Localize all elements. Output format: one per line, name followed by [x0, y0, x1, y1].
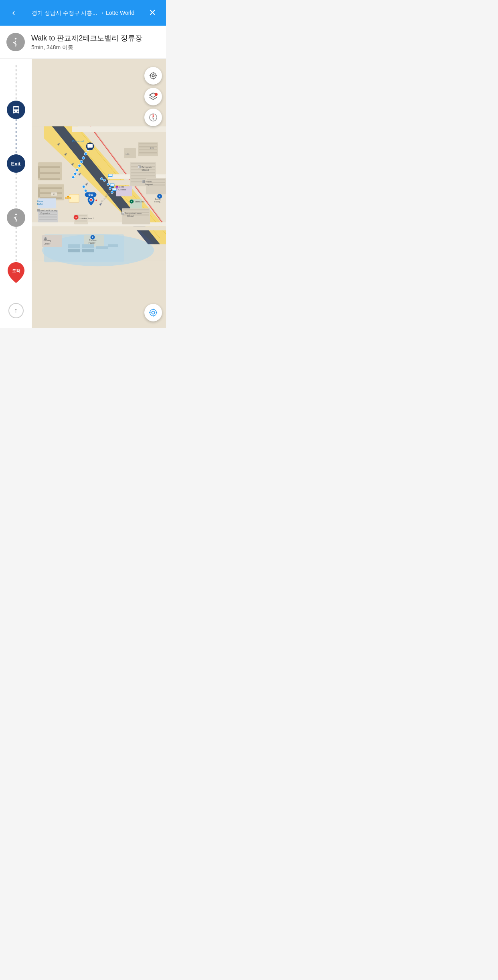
exit-icon: Exit — [7, 154, 25, 173]
locate-me-button[interactable] — [144, 304, 162, 321]
svg-rect-145 — [123, 214, 124, 214]
svg-point-89 — [100, 178, 103, 180]
svg-rect-119 — [138, 166, 139, 167]
svg-rect-45 — [139, 146, 157, 147]
svg-rect-144 — [122, 214, 123, 214]
svg-text:Public: Public — [146, 180, 152, 183]
svg-text:23: 23 — [53, 193, 55, 196]
svg-text:Parking: Parking — [155, 198, 162, 200]
svg-rect-77 — [108, 244, 118, 247]
main-content: Exit 도착 ↑ — [0, 59, 166, 328]
svg-point-189 — [150, 309, 157, 316]
svg-point-92 — [109, 187, 111, 190]
destination-label: Lotte World — [106, 10, 134, 16]
svg-text:101: 101 — [126, 153, 130, 155]
svg-rect-7 — [38, 166, 40, 178]
arrow-label: → — [99, 10, 106, 16]
svg-text:Korean: Korean — [37, 200, 44, 202]
svg-point-80 — [84, 152, 87, 155]
step-connector-top — [16, 65, 16, 101]
step-connector-3 — [16, 227, 16, 262]
svg-rect-103 — [111, 176, 111, 177]
svg-point-93 — [111, 191, 113, 194]
svg-rect-65 — [75, 220, 87, 221]
layers-button[interactable] — [144, 88, 162, 105]
route-title: 경기 성남시 수정구 시흥... → Lotte World — [21, 9, 145, 16]
svg-text:Center: Center — [44, 242, 51, 245]
svg-point-88 — [84, 189, 87, 192]
svg-rect-47 — [139, 152, 157, 153]
step-destination: 도착 — [7, 262, 25, 283]
svg-rect-102 — [109, 176, 109, 177]
svg-rect-126 — [142, 180, 143, 181]
svg-rect-13 — [40, 187, 62, 189]
svg-text:Parking: Parking — [89, 239, 97, 241]
step-exit: Exit — [7, 154, 25, 173]
svg-rect-168 — [45, 238, 45, 239]
svg-rect-127 — [144, 180, 144, 181]
svg-rect-166 — [45, 237, 45, 238]
svg-rect-43 — [138, 142, 158, 156]
svg-rect-107 — [112, 188, 116, 190]
svg-text:Corporation: Corporation — [40, 212, 50, 214]
svg-rect-9 — [40, 172, 60, 174]
svg-rect-39 — [131, 172, 155, 173]
svg-rect-159 — [38, 211, 39, 212]
svg-rect-122 — [140, 167, 140, 168]
svg-rect-67 — [123, 209, 149, 210]
svg-marker-186 — [152, 117, 154, 121]
location-pin-button[interactable] — [144, 67, 162, 85]
svg-text:Crossroad: Crossroad — [72, 140, 84, 143]
scroll-up-button[interactable]: ↑ — [8, 303, 24, 318]
close-button[interactable]: ✕ — [145, 8, 160, 18]
walk-step-icon — [6, 33, 25, 51]
svg-rect-169 — [46, 238, 47, 239]
svg-text:★: ★ — [75, 216, 77, 218]
svg-text:Starbucks: Starbucks — [135, 200, 145, 203]
svg-text:102: 102 — [150, 147, 154, 149]
svg-rect-72 — [68, 244, 80, 248]
svg-rect-40 — [131, 175, 155, 176]
navigation-header: ‹ 경기 성남시 수정구 시흥... → Lotte World ✕ — [0, 0, 166, 26]
route-steps-sidebar: Exit 도착 ↑ — [0, 59, 32, 328]
svg-rect-129 — [144, 182, 144, 182]
svg-text:Cinema: Cinema — [118, 188, 126, 191]
compass-button[interactable]: N — [144, 109, 162, 126]
svg-text:P: P — [92, 236, 93, 238]
svg-point-91 — [107, 183, 109, 186]
svg-rect-29 — [72, 126, 166, 132]
svg-rect-6 — [38, 162, 62, 180]
svg-rect-120 — [140, 166, 140, 167]
svg-text:Corporati...: Corporati... — [145, 183, 155, 186]
map-view[interactable]: 메니노밸리로 — [32, 59, 166, 328]
svg-rect-142 — [122, 212, 123, 213]
svg-rect-66 — [122, 208, 150, 224]
svg-rect-74 — [96, 246, 108, 249]
svg-point-86 — [72, 176, 75, 179]
svg-text:Facility...: Facility... — [154, 201, 161, 203]
svg-text:✦: ✦ — [131, 200, 132, 203]
svg-rect-44 — [139, 143, 157, 144]
svg-rect-128 — [142, 182, 143, 182]
svg-text:도착: 도착 — [12, 269, 20, 273]
svg-text:Training: Training — [43, 239, 51, 242]
svg-rect-157 — [38, 210, 39, 210]
svg-text:Buffet: Buffet — [37, 203, 43, 205]
svg-point-82 — [80, 160, 83, 163]
back-button[interactable]: ‹ — [6, 8, 21, 18]
svg-text:Officetel: Officetel — [142, 169, 149, 171]
svg-point-98 — [88, 148, 89, 149]
svg-rect-60 — [39, 216, 57, 217]
svg-rect-8 — [40, 166, 60, 168]
svg-text:Lotte: Lotte — [119, 186, 124, 188]
svg-rect-76 — [82, 249, 94, 252]
svg-text:orea Land & Housing: orea Land & Housing — [40, 210, 58, 212]
svg-point-87 — [82, 185, 85, 188]
svg-text:Pan-gyoaiseukwe-eo: Pan-gyoaiseukwe-eo — [125, 212, 142, 214]
svg-point-99 — [93, 148, 93, 149]
svg-text:N: N — [152, 114, 154, 116]
svg-rect-33 — [32, 226, 166, 230]
svg-point-177 — [150, 73, 156, 79]
svg-rect-75 — [68, 249, 80, 252]
map-controls: N — [144, 67, 162, 126]
